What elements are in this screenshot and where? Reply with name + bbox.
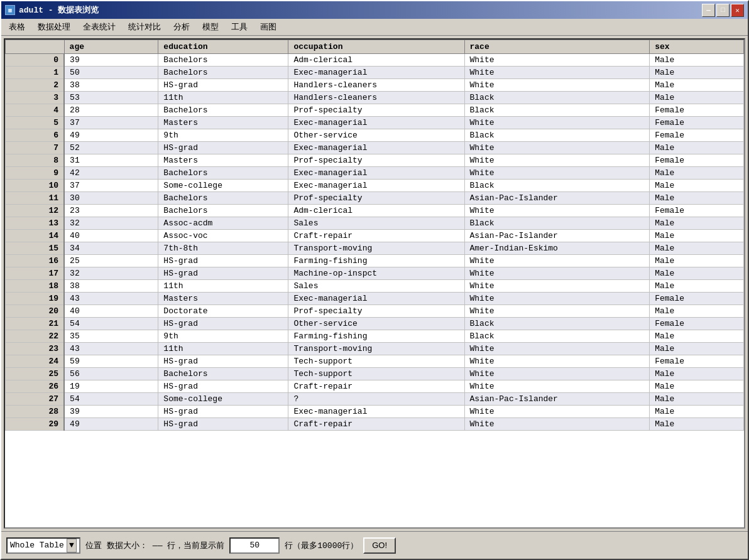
cell-race: White [464, 79, 650, 92]
cell-age: 35 [64, 330, 158, 343]
cell-sex: Male [650, 267, 744, 280]
row-index: 6 [6, 129, 65, 142]
cell-age: 53 [64, 92, 158, 104]
menu-item-分析[interactable]: 分析 [168, 20, 195, 34]
table-row: 1732HS-gradMachine-op-inspctWhiteMale [6, 267, 744, 280]
cell-occupation: Farming-fishing [288, 255, 464, 267]
cell-education: Assoc-voc [158, 230, 288, 242]
cell-occupation: Other-service [288, 129, 464, 142]
cell-age: 56 [64, 368, 158, 380]
cell-age: 19 [64, 380, 158, 393]
cell-race: White [464, 255, 650, 267]
cell-age: 49 [64, 129, 158, 142]
minimize-button[interactable]: — [702, 4, 715, 17]
cell-race: White [464, 67, 650, 79]
menu-item-统计对比[interactable]: 统计对比 [123, 20, 166, 34]
cell-education: HS-grad [158, 79, 288, 92]
cell-occupation: Tech-support [288, 355, 464, 368]
cell-education: 11th [158, 92, 288, 104]
cell-sex: Female [650, 104, 744, 117]
row-index: 20 [6, 305, 65, 318]
menu-item-全表统计[interactable]: 全表统计 [78, 20, 121, 34]
cell-sex: Male [650, 380, 744, 393]
table-wrapper[interactable]: ageeducationoccupationracesex 039Bachelo… [5, 40, 744, 527]
cell-education: HS-grad [158, 406, 288, 418]
table-row: 183811thSalesWhiteMale [6, 280, 744, 293]
cell-occupation: Exec-managerial [288, 142, 464, 154]
table-row: 039BachelorsAdm-clericalWhiteMale [6, 54, 744, 67]
cell-sex: Male [650, 343, 744, 355]
max-rows-label: 行（最多10000行） [285, 540, 358, 551]
menu-item-工具[interactable]: 工具 [226, 20, 253, 34]
row-index: 15 [6, 242, 65, 255]
table-row: 428BachelorsProf-specialtyBlackFemale [6, 104, 744, 117]
cell-sex: Female [650, 355, 744, 368]
cell-occupation: Prof-specialty [288, 104, 464, 117]
cell-occupation: Exec-managerial [288, 117, 464, 129]
row-index: 7 [6, 142, 65, 154]
menu-item-模型[interactable]: 模型 [197, 20, 224, 34]
row-index: 25 [6, 368, 65, 380]
row-index: 11 [6, 192, 65, 205]
menu-item-数据处理[interactable]: 数据处理 [33, 20, 75, 34]
table-row: 2040DoctorateProf-specialtyWhiteMale [6, 305, 744, 318]
position-label: 位置 [85, 540, 102, 551]
cell-education: HS-grad [158, 418, 288, 431]
cell-sex: Female [650, 293, 744, 305]
cell-occupation: Transport-moving [288, 242, 464, 255]
cell-occupation: Sales [288, 217, 464, 230]
cell-sex: Male [650, 368, 744, 380]
cell-sex: Male [650, 167, 744, 180]
row-index: 18 [6, 280, 65, 293]
cell-occupation: Exec-managerial [288, 167, 464, 180]
cell-race: White [464, 280, 650, 293]
cell-occupation: Sales [288, 280, 464, 293]
col-header-occupation: occupation [288, 40, 464, 54]
go-button[interactable]: GO! [363, 537, 396, 554]
table-row: 2556BachelorsTech-supportWhiteMale [6, 368, 744, 380]
cell-age: 40 [64, 305, 158, 318]
title-buttons: — □ ✕ [702, 4, 744, 17]
table-row: 1037Some-collegeExec-managerialBlackMale [6, 180, 744, 192]
cell-education: Bachelors [158, 192, 288, 205]
close-button[interactable]: ✕ [731, 4, 744, 17]
col-header-race: race [464, 40, 650, 54]
cell-age: 43 [64, 293, 158, 305]
cell-race: Black [464, 330, 650, 343]
cell-sex: Female [650, 129, 744, 142]
row-count-input[interactable] [229, 537, 280, 554]
table-body: 039BachelorsAdm-clericalWhiteMale150Bach… [6, 54, 744, 431]
cell-race: White [464, 355, 650, 368]
row-index: 22 [6, 330, 65, 343]
cell-sex: Male [650, 192, 744, 205]
title-bar-left: ▦ adult - 数据表浏览 [5, 4, 99, 16]
col-header-education: education [158, 40, 288, 54]
cell-education: Masters [158, 293, 288, 305]
cell-occupation: Exec-managerial [288, 67, 464, 79]
menu-item-画图[interactable]: 画图 [255, 20, 282, 34]
menu-item-表格[interactable]: 表格 [4, 20, 30, 34]
table-row: 1332Assoc-acdmSalesBlackMale [6, 217, 744, 230]
cell-occupation: Prof-specialty [288, 192, 464, 205]
row-index: 29 [6, 418, 65, 431]
table-row: 35311thHandlers-cleanersBlackMale [6, 92, 744, 104]
cell-education: Doctorate [158, 305, 288, 318]
cell-age: 38 [64, 79, 158, 92]
cell-sex: Male [650, 79, 744, 92]
maximize-button[interactable]: □ [716, 4, 730, 17]
table-scope-dropdown[interactable]: Whole Table ▼ [6, 537, 80, 554]
row-index: 1 [6, 67, 65, 79]
cell-race: White [464, 54, 650, 67]
table-container: ageeducationoccupationracesex 039Bachelo… [4, 38, 745, 529]
cell-sex: Female [650, 154, 744, 167]
cell-age: 40 [64, 230, 158, 242]
table-row: 2949HS-gradCraft-repairWhiteMale [6, 418, 744, 431]
cell-education: 11th [158, 280, 288, 293]
cell-race: White [464, 267, 650, 280]
cell-occupation: Handlers-cleaners [288, 92, 464, 104]
cell-age: 23 [64, 205, 158, 217]
cell-age: 52 [64, 142, 158, 154]
cell-age: 38 [64, 280, 158, 293]
cell-race: Black [464, 92, 650, 104]
table-row: 2619HS-gradCraft-repairWhiteMale [6, 380, 744, 393]
